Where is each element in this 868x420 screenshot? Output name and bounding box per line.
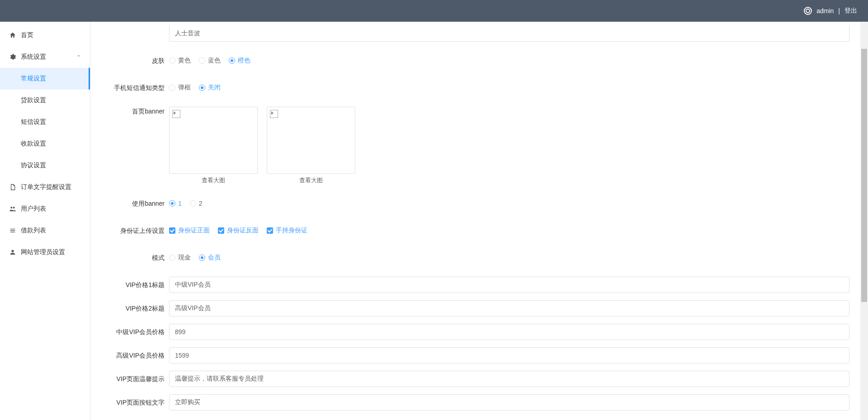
banner-item-1: 查看大图 (169, 107, 258, 184)
radio-label: 现金 (178, 254, 191, 262)
form-row-vip-tip: VIP页面温馨提示 (101, 371, 849, 387)
label-skin: 皮肤 (101, 52, 169, 69)
form-row-mode: 模式 现金 会员 (101, 250, 849, 266)
form-row-skin: 皮肤 黄色 蓝色 橙色 (101, 52, 849, 69)
radio-use-banner-2[interactable]: 2 (190, 200, 203, 207)
sidebar-item-general-settings[interactable]: 常规设置 (0, 68, 90, 90)
input-mid-vip-price[interactable] (169, 324, 849, 340)
sidebar-item-label: 借款列表 (21, 227, 46, 235)
label-use-banner: 使用banner (101, 195, 169, 212)
radio-label: 弹框 (178, 84, 191, 92)
input-high-vip-price[interactable] (169, 347, 849, 363)
form-row-vip-title1: VIP价格1标题 (101, 277, 849, 293)
home-icon (9, 32, 16, 39)
radio-label: 会员 (208, 254, 221, 262)
banner-image-1[interactable] (169, 107, 258, 174)
banner-item-2: 查看大图 (267, 107, 355, 184)
label-id-upload: 身份证上传设置 (101, 222, 169, 239)
sidebar-item-label: 短信设置 (21, 118, 46, 126)
logout-link[interactable]: 登出 (844, 7, 857, 15)
form-row-banner: 首页banner 查看大图 查看大图 (101, 107, 849, 184)
sidebar-item-loan-settings[interactable]: 贷款设置 (0, 90, 90, 111)
sidebar-item-order-reminder[interactable]: 订单文字提醒设置 (0, 176, 90, 198)
main-content: 人士音波 皮肤 黄色 蓝色 橙色 手机短信通知类型 (90, 22, 868, 420)
chevron-down-icon: ⌄ (76, 54, 81, 60)
sidebar-item-admin-settings[interactable]: 网站管理员设置 (0, 241, 90, 263)
label-vip-title1: VIP价格1标题 (101, 277, 169, 293)
form-row-use-banner: 使用banner 1 2 (101, 195, 849, 212)
radio-label: 橙色 (238, 57, 250, 65)
sidebar-item-agreement-settings[interactable]: 协议设置 (0, 155, 90, 176)
label-vip-tip: VIP页面温馨提示 (101, 371, 169, 387)
radio-label: 蓝色 (208, 57, 221, 65)
radio-use-banner-1[interactable]: 1 (169, 200, 182, 207)
label-vip-title2: VIP价格2标题 (101, 300, 169, 316)
sidebar-item-label: 贷款设置 (21, 96, 46, 104)
banner-image-2[interactable] (267, 107, 355, 174)
radio-mode-member[interactable]: 会员 (199, 254, 221, 262)
radio-label: 1 (178, 200, 182, 207)
checkbox-id-front[interactable]: 身份证正面 (169, 227, 210, 235)
label-mode: 模式 (101, 250, 169, 266)
form-row-vip-title2: VIP价格2标题 (101, 300, 849, 316)
list-icon (9, 227, 16, 234)
user-avatar-icon (804, 7, 812, 15)
checkbox-id-hand[interactable]: 手持身份证 (267, 227, 307, 235)
form-row-sms-notify: 手机短信通知类型 弹框 关闭 (101, 80, 849, 96)
sidebar-item-label: 用户列表 (21, 205, 46, 213)
checkbox-label: 手持身份证 (276, 227, 307, 235)
radio-skin-blue[interactable]: 蓝色 (199, 57, 221, 65)
sidebar-item-label: 协议设置 (21, 161, 46, 170)
sidebar-item-user-list[interactable]: 用户列表 (0, 198, 90, 220)
sidebar-item-label: 收款设置 (21, 140, 46, 148)
checkbox-label: 身份证正面 (178, 227, 210, 235)
label-high-vip-price: 高级VIP会员价格 (101, 347, 169, 363)
label-banner: 首页banner (101, 107, 169, 116)
radio-sms-popup[interactable]: 弹框 (169, 84, 191, 92)
sidebar-item-sms-settings[interactable]: 短信设置 (0, 111, 90, 133)
view-large-link-1[interactable]: 查看大图 (202, 176, 225, 184)
person-icon (9, 249, 16, 256)
sidebar-item-system-settings[interactable]: 系统设置 ⌄ (0, 46, 90, 68)
username-label[interactable]: admin (816, 7, 834, 14)
scrollbar-track[interactable] (860, 22, 868, 420)
header-bar: admin | 登出 (0, 0, 868, 22)
radio-sms-off[interactable]: 关闭 (199, 84, 221, 92)
form-row-cutoff: 人士音波 (101, 25, 849, 42)
scrollbar-thumb[interactable] (861, 49, 867, 302)
label-mid-vip-price: 中级VIP会员价格 (101, 324, 169, 340)
input-vip-btn-text[interactable] (169, 394, 849, 411)
checkbox-id-back[interactable]: 身份证反面 (218, 227, 259, 235)
radio-label: 关闭 (208, 84, 221, 92)
form-row-id-upload: 身份证上传设置 身份证正面 身份证反面 手持身份证 (101, 222, 849, 239)
users-icon (9, 205, 16, 212)
input-vip-title1[interactable] (169, 277, 849, 293)
sidebar: 首页 系统设置 ⌄ 常规设置 贷款设置 短信设置 (0, 22, 90, 420)
broken-image-icon (270, 110, 278, 118)
sidebar-item-label: 网站管理员设置 (21, 248, 65, 256)
broken-image-icon (172, 110, 180, 118)
label-vip-btn-text: VIP页面按钮文字 (101, 394, 169, 411)
document-icon (9, 184, 16, 191)
sidebar-item-loan-list[interactable]: 借款列表 (0, 220, 90, 241)
checkbox-label: 身份证反面 (227, 227, 259, 235)
input-vip-title2[interactable] (169, 300, 849, 316)
radio-skin-orange[interactable]: 橙色 (229, 57, 250, 65)
gear-icon (9, 53, 16, 61)
sidebar-item-label: 订单文字提醒设置 (21, 183, 71, 191)
form-row-vip-btn-text: VIP页面按钮文字 (101, 394, 849, 411)
radio-label: 2 (199, 200, 203, 207)
form-row-mid-vip-price: 中级VIP会员价格 (101, 324, 849, 340)
input-vip-tip[interactable] (169, 371, 849, 387)
cutoff-input[interactable]: 人士音波 (169, 25, 849, 42)
header-separator: | (838, 7, 840, 14)
form-row-high-vip-price: 高级VIP会员价格 (101, 347, 849, 363)
sidebar-item-home[interactable]: 首页 (0, 24, 90, 46)
sidebar-item-label: 首页 (21, 31, 33, 39)
sidebar-item-payment-settings[interactable]: 收款设置 (0, 133, 90, 155)
radio-mode-cash[interactable]: 现金 (169, 254, 191, 262)
radio-label: 黄色 (178, 57, 191, 65)
label-sms-notify: 手机短信通知类型 (101, 80, 169, 96)
view-large-link-2[interactable]: 查看大图 (299, 176, 323, 184)
radio-skin-yellow[interactable]: 黄色 (169, 57, 191, 65)
